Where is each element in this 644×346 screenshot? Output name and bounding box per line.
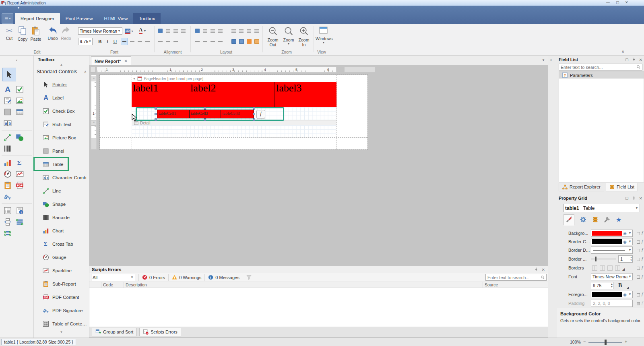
font-color-button[interactable]: A ▼ xyxy=(139,27,146,34)
strip-crossband-line-button[interactable] xyxy=(14,216,26,228)
tab-list-dropdown-icon[interactable]: ▼ xyxy=(542,58,545,62)
label1-control[interactable]: label1 xyxy=(132,82,189,107)
vert-spacing-remove-button[interactable] xyxy=(217,38,224,45)
close-tab-icon[interactable]: ✕ xyxy=(124,59,127,63)
tab-report-designer[interactable]: Report Designer xyxy=(15,13,60,24)
foreground-color-editor[interactable]: ◉ ▼ xyxy=(591,291,633,298)
strip-line-button[interactable] xyxy=(2,132,14,143)
resize-handle[interactable] xyxy=(155,113,157,115)
toolbox-item-pdfsignature[interactable]: PDF Signature xyxy=(34,304,89,317)
toolbox-item-charcomb[interactable]: Character Comb xyxy=(34,171,89,184)
report-page[interactable]: ▼ PageHeader [one band per page] label1 … xyxy=(100,75,367,149)
column-indicator[interactable] xyxy=(89,282,101,288)
error-filter-combo[interactable]: All▼ xyxy=(91,274,135,281)
strip-pageinfo-button[interactable] xyxy=(14,205,26,216)
property-row-borders[interactable]: Borders ◢ f xyxy=(557,264,644,272)
column-code[interactable]: Code xyxy=(101,282,124,288)
pin-icon[interactable] xyxy=(632,57,636,62)
horiz-spacing-increase-button[interactable] xyxy=(238,27,245,34)
label3-control[interactable]: label3 xyxy=(275,82,336,107)
align-centers-button[interactable] xyxy=(172,27,179,34)
expression-f-icon[interactable]: f xyxy=(642,230,643,235)
strip-toc-button[interactable] xyxy=(2,205,14,216)
same-height-button[interactable] xyxy=(209,27,216,34)
close-icon[interactable]: ✕ xyxy=(639,196,642,201)
strip-gauge-button[interactable] xyxy=(2,168,14,180)
ruler-corner-button[interactable] xyxy=(90,67,96,73)
vertical-ruler[interactable]: ≡ 1 ≡ xyxy=(91,75,97,149)
tab-behavior[interactable] xyxy=(580,216,587,224)
resize-handle[interactable] xyxy=(253,107,255,110)
strip-panel-button[interactable] xyxy=(2,106,14,118)
scroll-up-icon[interactable]: ▲ xyxy=(34,63,89,66)
errors-badge[interactable]: 0 Errors xyxy=(142,275,165,280)
strip-checkbox-button[interactable] xyxy=(14,84,26,95)
align-center-button[interactable] xyxy=(128,38,136,45)
property-checkbox[interactable] xyxy=(637,267,640,270)
text-highlight-button[interactable]: ab ▼ xyxy=(125,27,134,35)
toolbox-item-panel[interactable]: Panel xyxy=(34,144,89,157)
border-width-spinner[interactable]: 1 ▲▼ xyxy=(618,255,633,263)
resize-handle[interactable] xyxy=(253,118,255,121)
align-bottoms-button[interactable] xyxy=(172,38,179,45)
toolbox-item-picturebox[interactable]: Picture Box xyxy=(34,131,89,144)
tab-appearance[interactable] xyxy=(564,214,574,226)
property-checkbox[interactable] xyxy=(637,249,640,252)
smart-tag-script-button[interactable]: f xyxy=(256,110,265,118)
center-vertically-button[interactable] xyxy=(238,38,245,45)
resize-handle[interactable] xyxy=(155,118,157,121)
zoom-in-slider-button[interactable]: + xyxy=(625,339,627,344)
strip-table-button[interactable] xyxy=(14,106,26,118)
property-checkbox[interactable] xyxy=(637,302,640,305)
vert-spacing-decrease-button[interactable] xyxy=(209,38,216,45)
corner-expand-icon[interactable]: ◢ xyxy=(626,286,629,290)
snap-to-grid-button[interactable] xyxy=(157,27,164,34)
scripts-search-input[interactable] xyxy=(487,275,541,280)
warnings-badge[interactable]: 0 Warnings xyxy=(172,275,201,280)
band-drag-handle[interactable]: ≡ xyxy=(91,120,96,126)
page-header-band-caption[interactable]: ▼ PageHeader [one band per page] xyxy=(133,76,203,81)
toolbox-item-line[interactable]: Line xyxy=(34,184,89,197)
toolbox-item-table[interactable]: Table xyxy=(34,157,68,171)
expression-f-icon[interactable]: f xyxy=(642,239,643,244)
same-size-button[interactable] xyxy=(202,27,208,34)
border-top-icon[interactable] xyxy=(599,265,605,271)
windows-button[interactable]: Windows ▼ xyxy=(316,26,332,44)
align-right-button[interactable] xyxy=(136,38,143,45)
toolbox-item-pointer[interactable]: Pointer xyxy=(34,78,89,91)
padding-editor[interactable]: 2, 2, 0, 0 xyxy=(591,300,633,307)
tab-favorites[interactable]: ★ xyxy=(616,216,621,224)
toolbox-item-barcode[interactable]: Barcode xyxy=(34,211,89,224)
horiz-spacing-equal-button[interactable] xyxy=(230,27,237,34)
background-color-editor[interactable]: ◉ ▼ xyxy=(591,230,633,237)
property-row-border-color[interactable]: Border C... ◉ ▼ f xyxy=(557,238,644,246)
align-rights-button[interactable] xyxy=(180,27,187,34)
align-tops-button[interactable] xyxy=(157,38,164,45)
zoom-out-slider-button[interactable]: − xyxy=(583,339,586,344)
toolbox-item-chart[interactable]: Chart xyxy=(34,224,89,237)
toolbox-item-label[interactable]: ALabel xyxy=(34,91,89,104)
same-width-button[interactable] xyxy=(217,27,224,34)
tab-report-explorer[interactable]: Report Explorer xyxy=(559,183,604,191)
bring-to-front-button[interactable] xyxy=(246,38,252,45)
expression-f-icon[interactable]: f xyxy=(642,292,643,296)
messages-badge[interactable]: 0 Messages xyxy=(208,275,239,280)
field-list-item-parameters[interactable]: ? Parameters xyxy=(559,72,644,79)
toolbox-item-richtext[interactable]: Rich Text xyxy=(34,118,89,131)
horizontal-ruler[interactable]: 1 1 2 3 4 5 6 7 xyxy=(97,67,336,73)
toolbox-item-checkbox[interactable]: Check Box xyxy=(34,104,89,118)
property-row-background[interactable]: Backgro... ◉ ▼ f xyxy=(557,230,644,237)
band-drag-handle[interactable]: ≡ xyxy=(91,76,96,81)
tab-print-preview[interactable]: Print Preview xyxy=(60,13,99,24)
restore-panel-icon[interactable]: ▢ xyxy=(625,58,629,62)
strip-pagebreak-button[interactable] xyxy=(2,216,14,228)
bold-toggle[interactable]: B xyxy=(618,282,622,289)
scroll-down-icon[interactable]: ▼ xyxy=(34,330,89,334)
property-row-font-size[interactable]: 9.75 ▲▼ B ◢ xyxy=(557,282,644,290)
align-justify-button[interactable] xyxy=(144,38,151,45)
border-width-slider-thumb[interactable] xyxy=(595,257,597,261)
property-checkbox[interactable] xyxy=(637,293,640,296)
border-all-icon[interactable] xyxy=(592,265,598,271)
strip-barcode-button[interactable] xyxy=(2,143,14,154)
tab-design[interactable] xyxy=(604,216,611,224)
